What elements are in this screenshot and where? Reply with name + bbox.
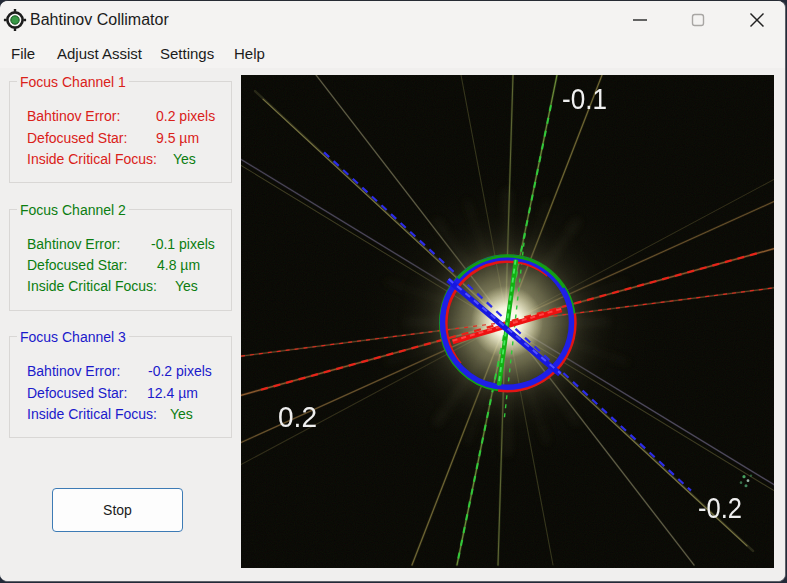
svg-text:-0.1: -0.1	[562, 83, 607, 115]
svg-text:0.2: 0.2	[278, 401, 317, 433]
svg-text:-0.2: -0.2	[698, 492, 742, 524]
